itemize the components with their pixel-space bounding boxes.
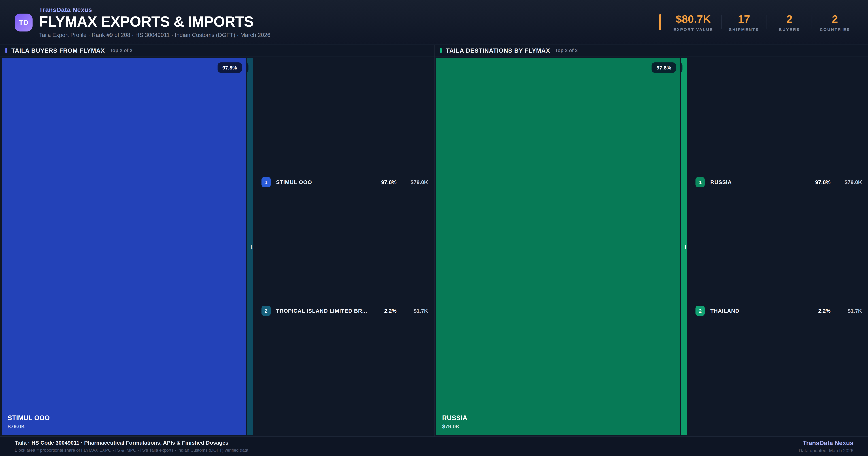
stat-divider	[721, 15, 721, 29]
block-value: $79.0K	[442, 423, 467, 429]
stat-value: 2	[786, 13, 793, 25]
panel-destinations-body: 97.8% RUSSIA $79.0K 2.2% T.. 1 RUSSI	[435, 56, 868, 436]
share-chip: 97.8%	[652, 62, 676, 73]
stat-buyers: 2 BUYERS	[771, 13, 807, 32]
rank-badge: 1	[261, 177, 271, 187]
block-value: $79.0K	[8, 423, 50, 429]
stat-divider	[767, 15, 767, 29]
rank-pct: 97.8%	[368, 179, 397, 185]
page-subtitle: Taila Export Profile · Rank #9 of 208 · …	[39, 32, 270, 38]
rank-name: RUSSIA	[710, 179, 802, 185]
stat-export-value: $80.7K EXPORT VALUE	[670, 13, 716, 32]
share-chip: 2.2%	[682, 62, 683, 73]
rank-badge: 2	[696, 306, 705, 316]
rank-pct: 2.2%	[368, 308, 397, 314]
rank-value: $79.0K	[831, 179, 862, 185]
panel-destinations: TAILA DESTINATIONS BY FLYMAX Top 2 of 2 …	[434, 45, 868, 436]
rank-value: $1.7K	[397, 308, 428, 314]
footer-left: Taila · HS Code 30049011 · Pharmaceutica…	[14, 440, 248, 453]
share-chip: 2.2%	[247, 62, 248, 73]
panel-buyers-body: 97.8% STIMUL OOO $79.0K 2.2% T.. 1 S	[0, 56, 434, 436]
block-name: RUSSIA	[442, 414, 467, 422]
rank-row-thailand[interactable]: 2 THAILAND 2.2% $1.7K	[687, 306, 866, 316]
main: TAILA BUYERS FROM FLYMAX Top 2 of 2 97.8…	[0, 45, 868, 436]
treemap-buyers: 97.8% STIMUL OOO $79.0K 2.2% T..	[2, 58, 253, 435]
treemap-block-russia[interactable]: 97.8% RUSSIA $79.0K	[436, 58, 680, 435]
accent-bar	[440, 48, 442, 53]
panel-buyers: TAILA BUYERS FROM FLYMAX Top 2 of 2 97.8…	[0, 45, 434, 436]
panel-title: TAILA BUYERS FROM FLYMAX	[11, 47, 105, 54]
rank-name: THAILAND	[710, 308, 802, 314]
stat-divider	[812, 15, 812, 29]
stat-label: BUYERS	[779, 27, 800, 32]
dashboard: TD TransData Nexus FLYMAX EXPORTS & IMPO…	[0, 0, 868, 456]
panel-destinations-header: TAILA DESTINATIONS BY FLYMAX Top 2 of 2	[435, 45, 868, 56]
footer-updated: Data updated: March 2026	[799, 448, 854, 453]
stat-shipments: 17 SHIPMENTS	[726, 13, 762, 32]
block-mini-label: T..	[684, 243, 687, 250]
stat-label: SHIPMENTS	[729, 27, 759, 32]
header-titles: TransData Nexus FLYMAX EXPORTS & IMPORTS…	[39, 6, 270, 38]
treemap-block-stimul-ooo[interactable]: 97.8% STIMUL OOO $79.0K	[2, 58, 246, 435]
block-name: STIMUL OOO	[8, 414, 50, 422]
rank-badge: 2	[261, 306, 271, 316]
treemap-block-thailand[interactable]: 2.2% T..	[682, 58, 687, 435]
header: TD TransData Nexus FLYMAX EXPORTS & IMPO…	[0, 0, 868, 45]
rank-name: STIMUL OOO	[276, 179, 368, 185]
panel-note: Top 2 of 2	[555, 48, 578, 53]
stats-accent-bar	[659, 14, 661, 30]
header-stats: $80.7K EXPORT VALUE 17 SHIPMENTS 2 BUYER…	[659, 13, 854, 32]
block-mini-label: T..	[249, 243, 253, 250]
footer-right: TransData Nexus Data updated: March 2026	[799, 440, 854, 453]
rank-list-buyers: 1 STIMUL OOO 97.8% $79.0K 2 TROPICAL ISL…	[253, 58, 432, 435]
brand-name: TransData Nexus	[39, 6, 270, 13]
rank-list-destinations: 1 RUSSIA 97.8% $79.0K 2 THAILAND 2.2% $1…	[687, 58, 866, 435]
treemap-destinations: 97.8% RUSSIA $79.0K 2.2% T..	[436, 58, 687, 435]
rank-badge: 1	[696, 177, 705, 187]
stat-value: $80.7K	[676, 13, 711, 25]
rank-row-stimul-ooo[interactable]: 1 STIMUL OOO 97.8% $79.0K	[253, 177, 432, 187]
stat-value: 17	[738, 13, 750, 25]
panel-note: Top 2 of 2	[110, 48, 132, 53]
stat-label: COUNTRIES	[820, 27, 850, 32]
stat-value: 2	[832, 13, 838, 25]
footer-main-text: Taila · HS Code 30049011 · Pharmaceutica…	[14, 440, 248, 446]
footer-brand: TransData Nexus	[799, 440, 854, 446]
rank-name: TROPICAL ISLAND LIMITED BR...	[276, 308, 368, 314]
rank-value: $1.7K	[831, 308, 862, 314]
accent-bar	[5, 48, 7, 53]
rank-pct: 2.2%	[802, 308, 831, 314]
rank-pct: 97.8%	[802, 179, 831, 185]
page-title: FLYMAX EXPORTS & IMPORTS	[39, 14, 270, 29]
stats-group: $80.7K EXPORT VALUE 17 SHIPMENTS 2 BUYER…	[670, 13, 854, 32]
rank-row-russia[interactable]: 1 RUSSIA 97.8% $79.0K	[687, 177, 866, 187]
stat-countries: 2 COUNTRIES	[816, 13, 854, 32]
rank-value: $79.0K	[397, 179, 428, 185]
rank-row-tropical-island[interactable]: 2 TROPICAL ISLAND LIMITED BR... 2.2% $1.…	[253, 306, 432, 316]
treemap-block-tropical-island[interactable]: 2.2% T..	[247, 58, 253, 435]
stat-label: EXPORT VALUE	[674, 27, 713, 32]
share-chip: 97.8%	[217, 62, 242, 73]
footer-sub-text: Block area = proportional share of FLYMA…	[14, 448, 248, 453]
panel-title: TAILA DESTINATIONS BY FLYMAX	[446, 47, 550, 54]
block-label: RUSSIA $79.0K	[442, 414, 467, 429]
panel-buyers-header: TAILA BUYERS FROM FLYMAX Top 2 of 2	[0, 45, 434, 56]
brand-logo-icon: TD	[14, 13, 33, 31]
block-label: STIMUL OOO $79.0K	[8, 414, 50, 429]
footer: Taila · HS Code 30049011 · Pharmaceutica…	[0, 436, 868, 456]
